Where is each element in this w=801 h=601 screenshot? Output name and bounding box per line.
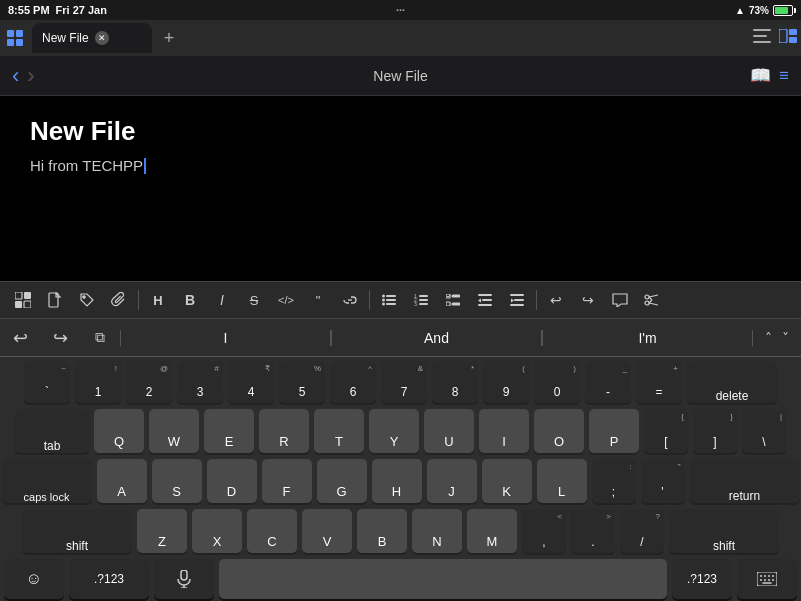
key-y[interactable]: Y [369,409,419,453]
key-q[interactable]: Q [94,409,144,453]
fmt-file[interactable] [40,285,70,315]
key-equals[interactable]: + = [636,361,682,403]
fmt-heading[interactable]: H [143,285,173,315]
fmt-bold[interactable]: B [175,285,205,315]
fmt-outdent[interactable] [502,285,532,315]
key-x[interactable]: X [192,509,242,553]
menu-icon[interactable]: ≡ [779,66,789,86]
predictive-paste[interactable]: ⧉ [80,319,120,357]
key-s[interactable]: S [152,459,202,503]
document-content[interactable]: Hi from TECHPP [30,157,771,174]
back-button[interactable]: ‹ [12,63,19,89]
key-tilde[interactable]: ~ ` [24,361,70,403]
key-pipe[interactable]: |\ [742,409,786,453]
tab-bar-icon-left[interactable] [753,29,771,47]
key-m[interactable]: M [467,509,517,553]
key-5[interactable]: % 5 [279,361,325,403]
key-num-toggle-right[interactable]: .?123 [672,559,732,599]
key-keyboard[interactable] [737,559,797,599]
key-8[interactable]: * 8 [432,361,478,403]
key-shift-right[interactable]: shift [669,509,779,553]
key-tab[interactable]: tab [15,409,89,453]
pred-word-3[interactable]: I'm [542,330,753,346]
fmt-tag[interactable] [72,285,102,315]
key-caps-lock[interactable]: caps lock [2,459,92,503]
key-r[interactable]: R [259,409,309,453]
key-rbrace[interactable]: }] [693,409,737,453]
predictive-redo[interactable]: ↪ [40,319,80,357]
fmt-list-ordered[interactable]: 1.2.3. [406,285,436,315]
key-z[interactable]: Z [137,509,187,553]
forward-button[interactable]: › [27,63,34,89]
key-e[interactable]: E [204,409,254,453]
key-mic[interactable] [154,559,214,599]
key-j[interactable]: J [427,459,477,503]
grid-icon[interactable] [4,27,26,49]
key-p[interactable]: P [589,409,639,453]
key-period[interactable]: >. [571,509,615,553]
key-comma[interactable]: <, [522,509,566,553]
key-c[interactable]: C [247,509,297,553]
key-num-toggle-left[interactable]: .?123 [69,559,149,599]
key-quote[interactable]: "' [641,459,685,503]
fmt-scissors[interactable] [637,285,667,315]
fmt-italic[interactable]: I [207,285,237,315]
add-tab-button[interactable]: + [158,27,180,49]
key-l[interactable]: L [537,459,587,503]
fmt-list-unordered[interactable] [374,285,404,315]
active-tab[interactable]: New File ✕ [32,23,152,53]
key-a[interactable]: A [97,459,147,503]
key-space[interactable] [219,559,667,599]
key-u[interactable]: U [424,409,474,453]
fmt-undo[interactable]: ↩ [541,285,571,315]
key-minus[interactable]: _ - [585,361,631,403]
fmt-indent[interactable] [470,285,500,315]
key-1[interactable]: ! 1 [75,361,121,403]
key-o[interactable]: O [534,409,584,453]
key-i[interactable]: I [479,409,529,453]
key-slash[interactable]: ?/ [620,509,664,553]
key-h[interactable]: H [372,459,422,503]
keyboard: ~ ` ! 1 @ 2 # 3 ₹ 4 % 5 ^ 6 & 7 [0,357,801,601]
key-d[interactable]: D [207,459,257,503]
key-f[interactable]: F [262,459,312,503]
fmt-attach[interactable] [104,285,134,315]
key-return[interactable]: return [690,459,800,503]
key-v[interactable]: V [302,509,352,553]
key-delete[interactable]: delete [687,361,777,403]
book-icon[interactable]: 📖 [750,65,771,86]
fmt-strikethrough[interactable]: S [239,285,269,315]
key-k[interactable]: K [482,459,532,503]
key-2[interactable]: @ 2 [126,361,172,403]
fmt-layout[interactable] [8,285,38,315]
key-7[interactable]: & 7 [381,361,427,403]
pred-down-arrow[interactable]: ˅ [778,326,793,350]
fmt-redo[interactable]: ↪ [573,285,603,315]
tab-close-button[interactable]: ✕ [95,31,109,45]
key-shift-left[interactable]: shift [22,509,132,553]
key-semicolon[interactable]: :; [592,459,636,503]
nav-left: ‹ › [12,63,35,89]
key-4[interactable]: ₹ 4 [228,361,274,403]
predictive-undo[interactable]: ↩ [0,319,40,357]
pred-word-1[interactable]: I [120,330,331,346]
fmt-code-inline[interactable]: </> [271,285,301,315]
fmt-quote[interactable]: " [303,285,333,315]
key-t[interactable]: T [314,409,364,453]
tab-bar-icon-right[interactable] [779,29,797,47]
key-lbrace[interactable]: {[ [644,409,688,453]
fmt-comment[interactable] [605,285,635,315]
key-g[interactable]: G [317,459,367,503]
key-emoji[interactable]: ☺ [4,559,64,599]
pred-up-arrow[interactable]: ˄ [761,326,776,350]
fmt-link[interactable] [335,285,365,315]
fmt-checklist[interactable] [438,285,468,315]
key-0[interactable]: ) 0 [534,361,580,403]
key-6[interactable]: ^ 6 [330,361,376,403]
pred-word-2[interactable]: And [331,330,542,346]
key-3[interactable]: # 3 [177,361,223,403]
key-9[interactable]: ( 9 [483,361,529,403]
key-w[interactable]: W [149,409,199,453]
key-b[interactable]: B [357,509,407,553]
key-n[interactable]: N [412,509,462,553]
